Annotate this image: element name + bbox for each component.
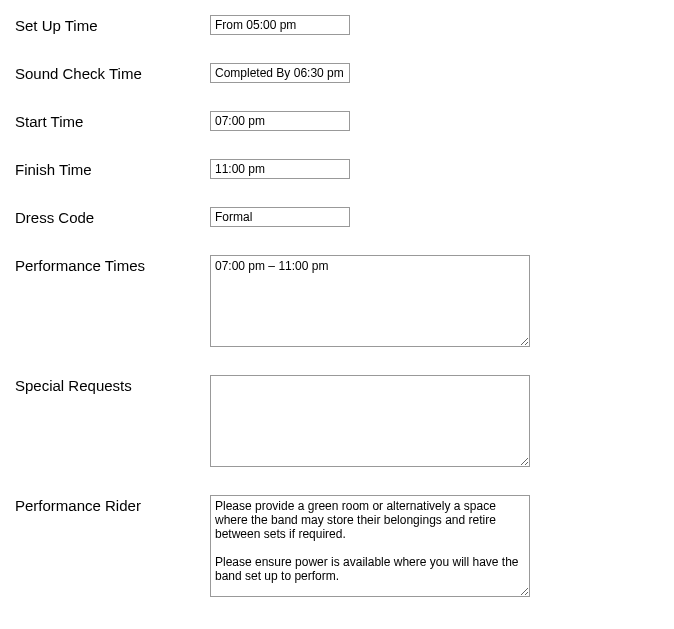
performance-rider-textarea[interactable] xyxy=(210,495,530,597)
sound-check-time-input[interactable] xyxy=(210,63,350,83)
finish-time-label: Finish Time xyxy=(15,159,210,178)
finish-time-input[interactable] xyxy=(210,159,350,179)
sound-check-time-label: Sound Check Time xyxy=(15,63,210,82)
performance-times-label: Performance Times xyxy=(15,255,210,274)
special-requests-row: Special Requests xyxy=(15,375,659,467)
dress-code-label: Dress Code xyxy=(15,207,210,226)
start-time-input[interactable] xyxy=(210,111,350,131)
performance-rider-row: Performance Rider xyxy=(15,495,659,597)
performance-times-textarea[interactable] xyxy=(210,255,530,347)
setup-time-row: Set Up Time xyxy=(15,15,659,35)
sound-check-time-row: Sound Check Time xyxy=(15,63,659,83)
dress-code-row: Dress Code xyxy=(15,207,659,227)
special-requests-label: Special Requests xyxy=(15,375,210,394)
setup-time-input[interactable] xyxy=(210,15,350,35)
start-time-row: Start Time xyxy=(15,111,659,131)
start-time-label: Start Time xyxy=(15,111,210,130)
dress-code-input[interactable] xyxy=(210,207,350,227)
setup-time-label: Set Up Time xyxy=(15,15,210,34)
performance-rider-label: Performance Rider xyxy=(15,495,210,514)
performance-times-row: Performance Times xyxy=(15,255,659,347)
special-requests-textarea[interactable] xyxy=(210,375,530,467)
finish-time-row: Finish Time xyxy=(15,159,659,179)
